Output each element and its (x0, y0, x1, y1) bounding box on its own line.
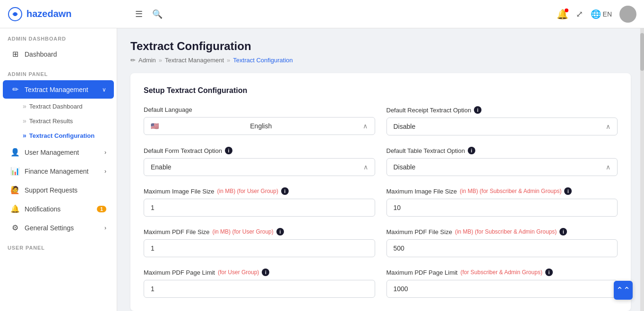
max-pdf-pages-user-group: Maximum PDF Page Limit (for User Group) … (144, 269, 375, 298)
sidebar-item-user-management[interactable]: 👤 User Management › (3, 143, 114, 161)
label-sub: (in MB) (for Subscriber & Admin Groups) (455, 228, 557, 235)
scrollbar-thumb (640, 33, 644, 71)
language-button[interactable]: 🌐 EN (591, 9, 612, 19)
max-pdf-size-user-input[interactable] (144, 239, 375, 257)
avatar-image (619, 6, 636, 23)
label-sub: (in MB) (for User Group) (212, 228, 273, 235)
support-icon: 🙋 (10, 185, 20, 194)
breadcrumb-admin[interactable]: Admin (138, 57, 156, 64)
max-pdf-size-admin-input[interactable] (386, 239, 618, 257)
chevron-down-icon: ∨ (102, 86, 106, 93)
sidebar-item-notifications[interactable]: 🔔 Notifications 1 (3, 200, 114, 218)
config-card: Setup Textract Configuration Default Lan… (130, 73, 631, 311)
hamburger-icon: ☰ (135, 9, 143, 19)
max-image-size-user-label: Maximum Image File Size (in MB) (for Use… (144, 187, 375, 195)
max-pdf-size-user-label: Maximum PDF File Size (in MB) (for User … (144, 228, 375, 235)
sub-item-label: Textract Configuration (29, 132, 94, 139)
chevron-up-icon: ∧ (363, 163, 368, 171)
label-main: Maximum Image File Size (386, 188, 457, 195)
default-receipt-label: Default Receipt Textract Option i (386, 106, 618, 114)
fullscreen-button[interactable]: ⤢ (576, 9, 583, 19)
info-icon[interactable]: i (545, 269, 553, 276)
default-receipt-select[interactable]: Disable ∧ (386, 118, 618, 135)
breadcrumb-textract-mgmt[interactable]: Textract Management (165, 57, 224, 64)
notifications-icon: 🔔 (10, 204, 20, 213)
sidebar-item-label: User Management (25, 149, 100, 156)
info-icon[interactable]: i (468, 147, 475, 154)
label-sub: (in MB) (for Subscriber & Admin Groups) (460, 188, 561, 194)
sidebar-item-textract-dashboard[interactable]: » Textract Dashboard (18, 99, 114, 113)
menu-button[interactable]: ☰ (132, 6, 146, 22)
max-pdf-size-admin-label: Maximum PDF File Size (in MB) (for Subsc… (386, 228, 618, 235)
default-table-select[interactable]: Disable ∧ (386, 158, 618, 176)
avatar[interactable] (619, 6, 636, 23)
sidebar-item-label: Finance Management (25, 168, 100, 175)
default-form-group: Default Form Textract Option i Enable ∧ (144, 147, 375, 176)
chevron-right-icon: › (104, 149, 106, 156)
chevron-right-icon: › (104, 225, 106, 231)
default-language-select[interactable]: 🇺🇸 English ∧ (144, 117, 375, 135)
sidebar-item-label: Textract Management (25, 86, 97, 93)
label-main: Maximum PDF File Size (386, 228, 452, 235)
bullet-icon: » (23, 117, 26, 125)
top-right: 🔔 ⤢ 🌐 EN (557, 6, 636, 23)
sidebar-item-support-requests[interactable]: 🙋 Support Requests (3, 181, 114, 199)
sub-item-label: Textract Results (29, 118, 73, 125)
info-icon[interactable]: i (276, 228, 284, 235)
select-value: Enable (151, 163, 172, 171)
select-value: English (250, 122, 272, 130)
label-main: Maximum PDF Page Limit (386, 269, 458, 276)
label-main: Maximum PDF Page Limit (144, 269, 215, 276)
pencil-icon: ✏ (130, 57, 136, 64)
bullet-icon: » (23, 102, 26, 110)
logo-icon (8, 7, 23, 22)
form-grid: Default Language 🇺🇸 English ∧ Default Re… (144, 106, 618, 298)
default-receipt-group: Default Receipt Textract Option i Disabl… (386, 106, 618, 135)
max-pdf-pages-admin-input[interactable] (386, 280, 618, 298)
chevron-up-icon: ∧ (606, 123, 610, 130)
page-title: Textract Configuration (130, 40, 631, 53)
default-table-label-text: Default Table Textract Option (386, 147, 465, 154)
sidebar-item-general-settings[interactable]: ⚙ General Settings › (3, 219, 114, 237)
max-pdf-pages-admin-group: Maximum PDF Page Limit (for Subscriber &… (386, 269, 618, 298)
sidebar-item-dashboard[interactable]: ⊞ Dashboard (3, 45, 114, 63)
right-scrollbar[interactable] (640, 28, 644, 311)
sidebar-item-textract-configuration[interactable]: » Textract Configuration (18, 128, 114, 143)
breadcrumb: ✏ Admin » Textract Management » Textract… (130, 57, 631, 64)
nav-icons: ☰ 🔍 (132, 6, 165, 22)
max-pdf-pages-admin-label: Maximum PDF Page Limit (for Subscriber &… (386, 269, 618, 276)
notification-bell-button[interactable]: 🔔 (557, 8, 568, 20)
info-icon[interactable]: i (281, 187, 289, 195)
info-icon[interactable]: i (564, 187, 572, 195)
finance-icon: 📊 (10, 167, 20, 176)
scroll-to-top-button[interactable]: ⌃⌃ (614, 281, 633, 300)
sidebar-item-label: Support Requests (25, 186, 106, 194)
max-image-size-admin-input[interactable] (386, 199, 618, 217)
admin-dashboard-section: ADMIN DASHBOARD (0, 28, 117, 44)
user-panel-section: USER PANEL (0, 237, 117, 253)
sidebar: ADMIN DASHBOARD ⊞ Dashboard ADMIN PANEL … (0, 28, 117, 311)
info-icon[interactable]: i (559, 228, 567, 235)
info-icon[interactable]: i (262, 269, 269, 276)
sidebar-item-textract-results[interactable]: » Textract Results (18, 114, 114, 128)
default-form-select[interactable]: Enable ∧ (144, 158, 375, 176)
max-image-size-user-input[interactable] (144, 199, 375, 217)
max-pdf-pages-user-input[interactable] (144, 280, 375, 298)
layout: ADMIN DASHBOARD ⊞ Dashboard ADMIN PANEL … (0, 28, 644, 311)
sidebar-item-textract-management[interactable]: ✏ Textract Management ∨ (3, 80, 114, 99)
card-title: Setup Textract Configuration (144, 86, 618, 95)
default-form-label-text: Default Form Textract Option (144, 147, 222, 154)
breadcrumb-separator: » (159, 57, 162, 64)
textract-sub-menu: » Textract Dashboard » Textract Results … (0, 99, 117, 143)
label-main: Maximum Image File Size (144, 188, 215, 195)
default-receipt-label-text: Default Receipt Textract Option (386, 107, 472, 114)
default-language-label: Default Language (144, 106, 375, 113)
top-nav: hazedawn ☰ 🔍 🔔 ⤢ 🌐 EN (0, 0, 644, 28)
sidebar-item-finance-management[interactable]: 📊 Finance Management › (3, 162, 114, 180)
search-button[interactable]: 🔍 (149, 6, 165, 22)
notifications-badge: 1 (97, 206, 106, 212)
info-icon[interactable]: i (225, 147, 232, 154)
default-table-label: Default Table Textract Option i (386, 147, 618, 154)
info-icon[interactable]: i (474, 106, 481, 114)
logo-text: hazedawn (26, 8, 72, 19)
